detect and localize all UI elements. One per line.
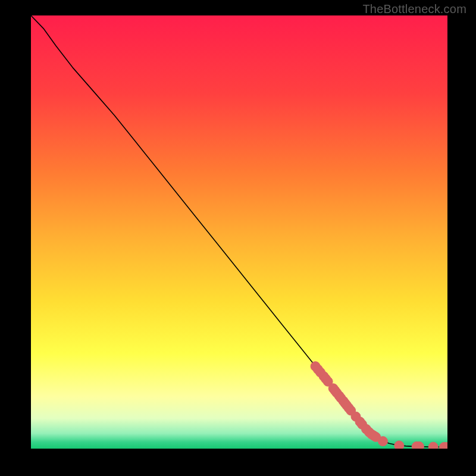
watermark-text: TheBottleneck.com [362, 2, 466, 16]
svg-point-26 [394, 441, 404, 449]
svg-point-28 [414, 441, 424, 449]
plot-area [31, 15, 447, 449]
chart-container: TheBottleneck.com [0, 0, 476, 476]
chart-svg [31, 15, 447, 449]
svg-point-25 [378, 437, 388, 446]
svg-point-29 [428, 442, 438, 449]
svg-rect-0 [31, 15, 447, 449]
